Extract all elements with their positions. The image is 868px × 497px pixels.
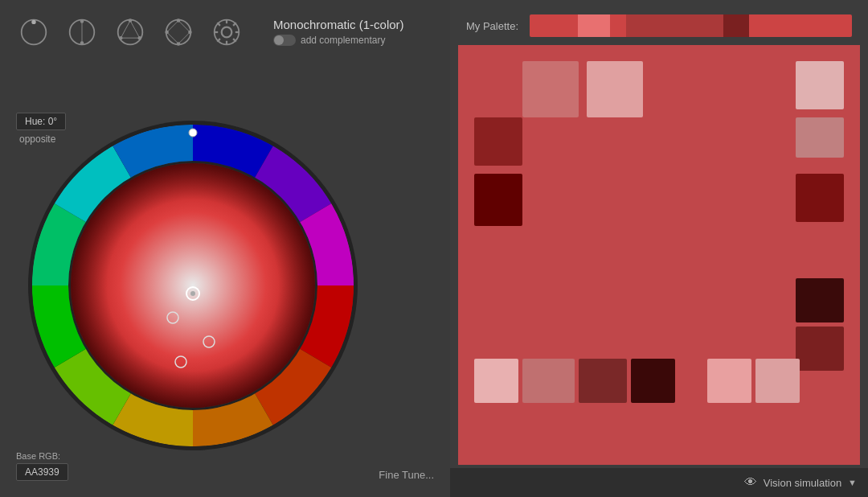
vision-icon: 👁 [744, 475, 757, 490]
palette-segment[interactable] [530, 14, 578, 37]
color-swatch[interactable] [474, 359, 518, 403]
palette-label: My Palette: [466, 20, 518, 32]
color-swatch[interactable] [474, 117, 522, 166]
scheme-info: Monochromatic (1-color) add complementar… [273, 18, 404, 46]
complementary-icon[interactable] [64, 14, 100, 50]
palette-segment[interactable] [749, 14, 852, 37]
palette-segment[interactable] [610, 14, 626, 37]
settings-icon[interactable] [209, 14, 244, 50]
svg-point-1 [31, 20, 35, 24]
color-swatch[interactable] [755, 359, 800, 403]
tetrad-icon[interactable] [161, 14, 196, 50]
color-swatch[interactable] [796, 327, 844, 371]
add-complementary-label: add complementary [301, 35, 385, 46]
add-complementary-toggle[interactable]: add complementary [273, 35, 404, 46]
svg-marker-16 [167, 21, 190, 44]
scheme-title: Monochromatic (1-color) [273, 18, 404, 31]
svg-marker-10 [121, 21, 139, 39]
base-rgb-value[interactable]: AA3939 [16, 463, 68, 481]
svg-point-11 [166, 20, 191, 45]
svg-line-25 [233, 23, 236, 26]
svg-line-26 [217, 39, 220, 42]
color-swatch[interactable] [796, 61, 844, 109]
color-swatch[interactable] [796, 117, 844, 158]
svg-line-24 [233, 39, 236, 42]
bottom-bar: 👁 Vision simulation ▼ [450, 468, 868, 497]
toggle-switch[interactable] [273, 35, 296, 46]
toggle-knob [274, 35, 284, 45]
color-swatch[interactable] [587, 61, 643, 117]
vision-chevron-icon[interactable]: ▼ [848, 478, 857, 487]
fine-tune-button[interactable]: Fine Tune... [379, 469, 434, 481]
left-panel: Monochromatic (1-color) add complementar… [0, 0, 450, 497]
svg-point-34 [190, 291, 195, 296]
palette-segment[interactable] [626, 14, 723, 37]
palette-segment[interactable] [723, 14, 749, 37]
color-swatch[interactable] [522, 61, 579, 117]
color-swatch[interactable] [522, 359, 575, 403]
color-canvas-area[interactable] [458, 45, 860, 465]
svg-line-23 [217, 23, 220, 26]
right-panel: My Palette: [450, 0, 868, 497]
svg-point-38 [189, 129, 197, 137]
svg-point-32 [71, 163, 315, 408]
monochromatic-icon[interactable] [16, 14, 51, 50]
palette-bar [530, 14, 852, 37]
color-swatch[interactable] [631, 359, 675, 403]
color-swatch[interactable] [796, 278, 844, 322]
triad-icon[interactable] [113, 14, 148, 50]
color-wheel[interactable] [24, 117, 362, 454]
color-swatch[interactable] [579, 359, 627, 403]
vision-simulation-button[interactable]: Vision simulation [764, 477, 841, 489]
svg-point-17 [222, 27, 232, 38]
palette-segment[interactable] [578, 14, 610, 37]
palette-header: My Palette: [450, 0, 868, 45]
svg-point-6 [118, 20, 143, 45]
color-swatch[interactable] [707, 359, 751, 403]
color-swatch[interactable] [796, 174, 844, 222]
color-swatch[interactable] [474, 174, 522, 226]
base-rgb: Base RGB: AA3939 [16, 451, 68, 481]
base-rgb-label: Base RGB: [16, 451, 68, 461]
